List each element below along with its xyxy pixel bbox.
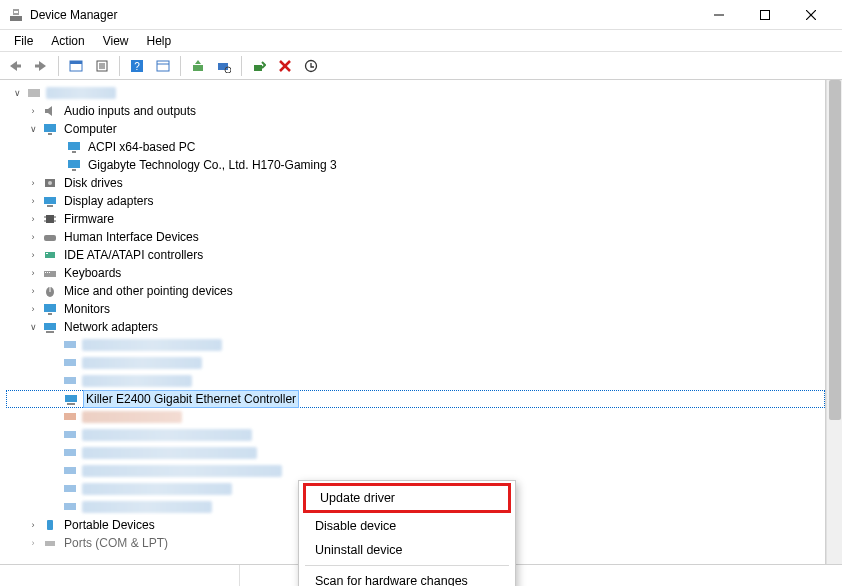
svg-rect-29 <box>68 142 80 150</box>
svg-rect-30 <box>72 151 76 153</box>
expand-icon[interactable]: › <box>26 194 40 208</box>
show-hide-tree-button[interactable] <box>65 55 87 77</box>
network-adapter-icon <box>62 337 78 353</box>
context-menu-update-driver[interactable]: Update driver <box>306 486 508 510</box>
expand-icon[interactable]: › <box>26 248 40 262</box>
tree-item-blurred[interactable] <box>6 426 825 444</box>
uninstall-device-toolbar-button[interactable] <box>274 55 296 77</box>
tree-item-blurred[interactable] <box>6 372 825 390</box>
monitor-icon <box>42 121 58 137</box>
expand-icon[interactable]: › <box>26 536 40 550</box>
tree-label: Monitors <box>62 301 112 317</box>
expand-icon[interactable]: › <box>26 176 40 190</box>
network-adapter-icon <box>62 463 78 479</box>
svg-rect-42 <box>44 235 56 241</box>
svg-rect-45 <box>44 271 56 277</box>
svg-rect-2 <box>14 11 18 13</box>
tree-item-disk[interactable]: › Disk drives <box>6 174 825 192</box>
tree-item-ide[interactable]: › IDE ATA/ATAPI controllers <box>6 246 825 264</box>
tree-item-blurred[interactable] <box>6 444 825 462</box>
expand-icon[interactable]: › <box>26 104 40 118</box>
svg-rect-63 <box>64 467 76 474</box>
svg-rect-57 <box>64 377 76 384</box>
app-icon <box>8 7 24 23</box>
enable-device-toolbar-button[interactable] <box>248 55 270 77</box>
speaker-icon <box>42 103 58 119</box>
tree-item-keyboards[interactable]: › Keyboards <box>6 264 825 282</box>
toolbar: ? <box>0 52 842 80</box>
tree-item-hid[interactable]: › Human Interface Devices <box>6 228 825 246</box>
expand-icon[interactable]: › <box>26 518 40 532</box>
collapse-icon[interactable]: ∨ <box>26 320 40 334</box>
network-adapter-icon <box>62 373 78 389</box>
tree-item-display[interactable]: › Display adapters <box>6 192 825 210</box>
window-controls <box>696 0 834 30</box>
vertical-scrollbar[interactable] <box>826 80 842 564</box>
tree-label: Network adapters <box>62 319 160 335</box>
tree-item-blurred[interactable] <box>6 462 825 480</box>
menu-file[interactable]: File <box>6 32 41 50</box>
tree-label: Keyboards <box>62 265 123 281</box>
menu-view[interactable]: View <box>95 32 137 50</box>
collapse-icon[interactable]: ∨ <box>26 122 40 136</box>
tree-label: Disk drives <box>62 175 125 191</box>
update-driver-toolbar-button[interactable] <box>187 55 209 77</box>
tree-item-firmware[interactable]: › Firmware <box>6 210 825 228</box>
tree-item-blurred[interactable] <box>6 336 825 354</box>
scan-hardware-toolbar-button[interactable] <box>213 55 235 77</box>
computer-root-icon <box>26 85 42 101</box>
svg-rect-58 <box>65 395 77 402</box>
scrollbar-thumb[interactable] <box>829 80 841 420</box>
back-button[interactable] <box>4 55 26 77</box>
svg-rect-60 <box>64 413 76 420</box>
disable-device-toolbar-button[interactable] <box>300 55 322 77</box>
tree-item-blurred[interactable] <box>6 354 825 372</box>
svg-rect-31 <box>68 160 80 168</box>
tree-item-acpi[interactable]: · ACPI x64-based PC <box>6 138 825 156</box>
root-node[interactable]: ∨ <box>6 84 825 102</box>
tree-item-killer-e2400[interactable]: Killer E2400 Gigabit Ethernet Controller <box>6 390 825 408</box>
minimize-button[interactable] <box>696 0 742 30</box>
svg-text:?: ? <box>134 61 140 72</box>
svg-rect-54 <box>46 331 54 333</box>
tree-item-monitors[interactable]: › Monitors <box>6 300 825 318</box>
forward-button[interactable] <box>30 55 52 77</box>
context-menu-uninstall-device[interactable]: Uninstall device <box>301 538 513 562</box>
tree-item-audio[interactable]: › Audio inputs and outputs <box>6 102 825 120</box>
menubar: File Action View Help <box>0 30 842 52</box>
expand-icon[interactable]: › <box>26 212 40 226</box>
network-adapter-icon <box>62 427 78 443</box>
expand-icon[interactable]: › <box>26 266 40 280</box>
tree-item-blurred[interactable] <box>6 408 825 426</box>
expand-icon[interactable]: › <box>26 302 40 316</box>
context-menu-disable-device[interactable]: Disable device <box>301 514 513 538</box>
monitor-icon <box>66 139 82 155</box>
context-menu-scan-hardware[interactable]: Scan for hardware changes <box>301 569 513 586</box>
help-toolbar-button[interactable]: ? <box>126 55 148 77</box>
tree-label: Portable Devices <box>62 517 157 533</box>
svg-rect-44 <box>46 253 48 254</box>
expand-icon[interactable]: › <box>26 230 40 244</box>
network-adapter-icon <box>62 481 78 497</box>
monitor-icon <box>66 157 82 173</box>
monitor-icon <box>42 301 58 317</box>
highlight-annotation: Update driver <box>303 483 511 513</box>
menu-help[interactable]: Help <box>139 32 180 50</box>
menu-action[interactable]: Action <box>43 32 92 50</box>
properties-toolbar-button[interactable] <box>91 55 113 77</box>
tree-item-gigabyte[interactable]: · Gigabyte Technology Co., Ltd. H170-Gam… <box>6 156 825 174</box>
tree-item-mice[interactable]: › Mice and other pointing devices <box>6 282 825 300</box>
svg-rect-20 <box>218 63 228 70</box>
close-button[interactable] <box>788 0 834 30</box>
expand-icon[interactable]: › <box>26 284 40 298</box>
tree-item-network[interactable]: ∨ Network adapters <box>6 318 825 336</box>
toolbar-button-5[interactable] <box>152 55 174 77</box>
tree-label: Human Interface Devices <box>62 229 201 245</box>
maximize-button[interactable] <box>742 0 788 30</box>
svg-rect-27 <box>44 124 56 132</box>
tree-label: Display adapters <box>62 193 155 209</box>
tree-item-computer[interactable]: ∨ Computer <box>6 120 825 138</box>
mouse-icon <box>42 283 58 299</box>
tree-label: Killer E2400 Gigabit Ethernet Controller <box>83 390 299 408</box>
collapse-icon[interactable]: ∨ <box>10 86 24 100</box>
